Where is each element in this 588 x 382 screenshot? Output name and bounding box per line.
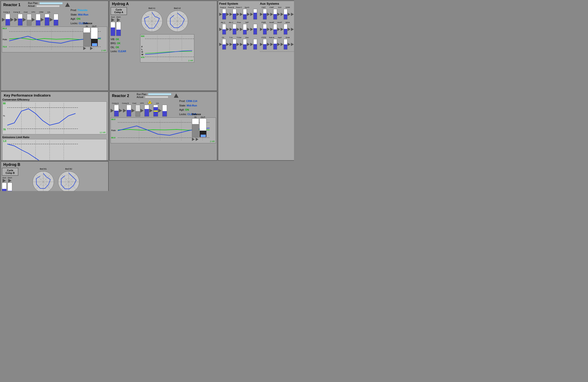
cpc-arrow (41, 18, 44, 22)
r2-comp-label-4: CRM 2 (146, 102, 153, 104)
reactor1-title: Reactor 1 (2, 2, 22, 7)
feed-c-pump (240, 9, 250, 19)
reactor2-panel: Reactor 2 Run Plan: Actual: (109, 91, 217, 161)
ventp-pump (270, 24, 280, 35)
suct-label-b: Suct (2, 177, 6, 179)
cycle-comp-b[interactable]: CycleComp B (2, 168, 18, 176)
r2-comp-bar-0 (114, 105, 119, 116)
cwt-pump (260, 9, 270, 19)
dsch-bar-a (116, 22, 121, 36)
pres-pump (240, 24, 250, 35)
ventt-pump (281, 24, 291, 35)
reactor2-title: Reactor 2 (110, 93, 130, 98)
conv-title: Conversion Efficiency (2, 98, 107, 101)
atv1-pump (219, 24, 229, 35)
hydrogb-title: Hydrog B (2, 162, 22, 167)
feed-system-title: Feed System (219, 2, 238, 5)
bed-b2-label: Bed B2 (57, 168, 81, 170)
comp-label-5: LVL (45, 11, 52, 13)
dsch-arrow-a (117, 18, 120, 22)
suct-label-a: Suct (111, 16, 115, 18)
comp-arrow-r0 (10, 18, 14, 22)
hydroga-title: Hydrog A (110, 1, 130, 6)
bed-b1-label: Bed B1 (32, 168, 55, 170)
feed-aux-panel: Feed System Feed A Feed B Feed C SynG (218, 0, 294, 161)
comp-label-1: Comp B (12, 11, 21, 13)
r2-comp-label-1: Comp B (121, 102, 130, 104)
pwr-pump (260, 24, 270, 35)
dsch-arrow-b (8, 179, 12, 183)
hydroga-panel: Hydrog A CycleComp A Suct (109, 0, 217, 91)
bed-b1-container: Bed B1 (32, 168, 55, 191)
comp-arrow-0 (2, 18, 5, 22)
hydroga-status: VIB: OK BRG: OK OIL: OK Locks: CLEAR (110, 37, 139, 53)
suct-bar-b (2, 183, 7, 191)
suct-bar-a (110, 22, 115, 36)
balance-arrow-l (83, 47, 86, 50)
run-plan-bar-r2 (148, 93, 171, 96)
flow-chart-a: 500 470 FLOW 2 HR (140, 34, 194, 62)
cycle-comp-a[interactable]: CycleComp A (110, 7, 127, 15)
conv-high: 80 (3, 102, 6, 105)
spider-a1 (140, 9, 164, 33)
kpi-title: Key Performance Indicators (2, 92, 52, 98)
r2-cpc-bar (145, 105, 149, 116)
comp-label-0: Comp A (2, 11, 11, 13)
actual-bar-r2 (145, 96, 168, 98)
hydrogb-panel: Hydrog B CycleComp B Suct Dsch (0, 161, 109, 191)
spider-b2 (57, 170, 81, 191)
emit-chart: 1.0 0.5 12 HR (2, 139, 107, 161)
balance-out-bar-r2 (199, 118, 207, 137)
visc-pump (250, 39, 257, 50)
emit-high: 1.0 (3, 140, 6, 142)
r2-comp-label-5: LVL (154, 102, 161, 104)
r2-lvl-bar (162, 105, 167, 116)
bed-a1-label: Bed A1 (140, 7, 164, 9)
flow-low-a: 470 (141, 56, 145, 58)
feed-system-section: Feed System Feed A Feed B Feed C SynG (219, 2, 257, 52)
reactor1-panel: Reactor 1 Run Plan: Actual: (0, 0, 109, 91)
comp-bar-0 (5, 14, 10, 26)
conv-chart-container: Conversion Efficiency 80 70 % 12 HR (2, 98, 107, 134)
s10-pump (281, 9, 291, 19)
mga-pump (291, 24, 294, 35)
bed-a2-container: Bed A2 (166, 7, 189, 33)
atv2-pump (230, 24, 239, 35)
jup2-pump (281, 39, 291, 50)
comp-label-3: CPC (30, 11, 37, 13)
spider-b1 (32, 170, 55, 191)
run-plan-label: Run Plan: (28, 2, 38, 4)
conv-percent: % (3, 115, 5, 117)
triangle-indicator (65, 2, 70, 7)
suct-arrow-b (2, 179, 6, 183)
r2-comp-label-3: CPC (139, 102, 146, 104)
feed-b-pump (230, 9, 239, 19)
balance-arrow-r (90, 47, 93, 50)
r2-cool-bar (135, 105, 140, 116)
spider-a2 (166, 9, 189, 33)
nulla-pump (270, 39, 280, 50)
crm-bar (45, 14, 49, 26)
s200-pump (291, 9, 294, 19)
bed-a1-container: Bed A1 (140, 7, 164, 33)
suct-arrow-a (111, 18, 115, 22)
r2-comp-label-2: Cool (131, 102, 138, 104)
cwp-pump (270, 9, 280, 19)
cool-bar (27, 14, 32, 26)
r2-comp-bar-1 (126, 105, 131, 116)
aux-systems-section: Aux Systems CWT CWP S10 S200 (260, 2, 294, 52)
conv-chart: 80 70 % 12 HR (2, 101, 107, 134)
balance-in-bar (83, 27, 90, 46)
comp-bar-1 (18, 14, 22, 26)
cpc-bar (36, 14, 41, 26)
bed-a2-label: Bed A2 (166, 7, 189, 9)
tout-pump (240, 39, 250, 50)
dsch-label-a: Dsch (116, 16, 121, 18)
balance-out-bar (91, 27, 98, 46)
balance-box-r2: Balance IN OUT (192, 113, 215, 141)
comp-arrow-1 (14, 18, 18, 22)
bed-b2-container: Bed B2 (57, 168, 81, 191)
conv-low: 70 (3, 128, 6, 131)
kpi-panel: Key Performance Indicators Conversion Ef… (0, 91, 109, 161)
crm-arrow (50, 18, 53, 22)
